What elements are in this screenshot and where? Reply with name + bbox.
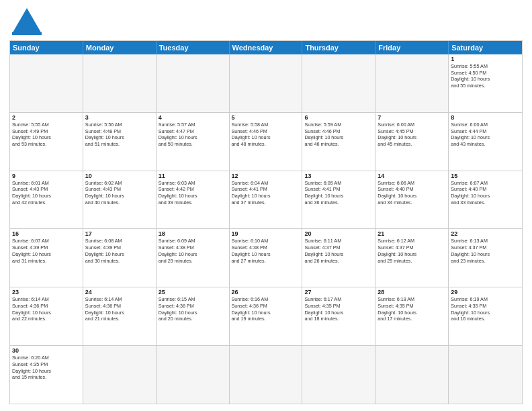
header-day-friday: Friday [375, 41, 449, 54]
sun-info: Sunrise: 6:03 AMSunset: 4:42 PMDaylight:… [159, 180, 227, 206]
sun-info: Sunrise: 6:07 AMSunset: 4:40 PMDaylight:… [451, 180, 520, 206]
day-number: 23 [12, 289, 81, 295]
calendar-cell [302, 54, 375, 112]
day-number: 22 [451, 230, 520, 237]
day-number: 13 [304, 173, 373, 179]
calendar-cell: 16Sunrise: 6:07 AMSunset: 4:39 PMDayligh… [10, 229, 83, 287]
calendar-cell: 12Sunrise: 6:04 AMSunset: 4:41 PMDayligh… [230, 171, 303, 229]
sun-info: Sunrise: 6:04 AMSunset: 4:41 PMDaylight:… [232, 180, 300, 206]
day-number: 15 [451, 173, 520, 179]
sun-info: Sunrise: 6:14 AMSunset: 4:36 PMDaylight:… [12, 296, 81, 322]
sun-info: Sunrise: 5:55 AMSunset: 4:50 PMDaylight:… [451, 63, 520, 89]
calendar-cell: 21Sunrise: 6:12 AMSunset: 4:37 PMDayligh… [375, 229, 449, 287]
day-number: 2 [12, 114, 81, 121]
header-day-tuesday: Tuesday [157, 41, 230, 54]
calendar-cell [230, 54, 303, 112]
calendar-cell [10, 54, 83, 112]
sun-info: Sunrise: 6:18 AMSunset: 4:35 PMDaylight:… [378, 296, 446, 322]
day-number: 29 [451, 289, 520, 295]
sun-info: Sunrise: 5:57 AMSunset: 4:47 PMDaylight:… [159, 122, 227, 148]
logo-icon [9, 7, 44, 36]
day-number: 21 [378, 230, 446, 237]
sun-info: Sunrise: 5:55 AMSunset: 4:49 PMDaylight:… [12, 122, 81, 148]
day-number: 25 [159, 289, 227, 295]
sun-info: Sunrise: 6:14 AMSunset: 4:36 PMDaylight:… [85, 296, 154, 322]
calendar-cell: 5Sunrise: 5:58 AMSunset: 4:46 PMDaylight… [230, 113, 303, 171]
sun-info: Sunrise: 6:00 AMSunset: 4:44 PMDaylight:… [451, 122, 520, 148]
page: SundayMondayTuesdayWednesdayThursdayFrid… [0, 0, 532, 411]
calendar-cell: 15Sunrise: 6:07 AMSunset: 4:40 PMDayligh… [449, 171, 522, 229]
sun-info: Sunrise: 6:08 AMSunset: 4:39 PMDaylight:… [85, 238, 154, 264]
sun-info: Sunrise: 6:15 AMSunset: 4:36 PMDaylight:… [159, 296, 227, 322]
sun-info: Sunrise: 6:06 AMSunset: 4:40 PMDaylight:… [378, 180, 446, 206]
calendar-cell: 11Sunrise: 6:03 AMSunset: 4:42 PMDayligh… [157, 171, 230, 229]
header-day-thursday: Thursday [302, 41, 375, 54]
calendar-body: 1Sunrise: 5:55 AMSunset: 4:50 PMDaylight… [10, 54, 522, 404]
sun-info: Sunrise: 6:02 AMSunset: 4:43 PMDaylight:… [85, 180, 154, 206]
sun-info: Sunrise: 6:07 AMSunset: 4:39 PMDaylight:… [12, 238, 81, 264]
calendar-cell: 28Sunrise: 6:18 AMSunset: 4:35 PMDayligh… [375, 287, 449, 345]
sun-info: Sunrise: 6:20 AMSunset: 4:35 PMDaylight:… [12, 355, 81, 381]
calendar-cell: 19Sunrise: 6:10 AMSunset: 4:38 PMDayligh… [230, 229, 303, 287]
day-number: 19 [232, 230, 300, 237]
calendar-cell: 23Sunrise: 6:14 AMSunset: 4:36 PMDayligh… [10, 287, 83, 345]
calendar-cell: 2Sunrise: 5:55 AMSunset: 4:49 PMDaylight… [10, 113, 83, 171]
calendar-cell: 4Sunrise: 5:57 AMSunset: 4:47 PMDaylight… [157, 113, 230, 171]
calendar-cell: 3Sunrise: 5:56 AMSunset: 4:48 PMDaylight… [83, 113, 157, 171]
calendar-cell: 29Sunrise: 6:19 AMSunset: 4:35 PMDayligh… [449, 287, 522, 345]
day-number: 27 [304, 289, 373, 295]
sun-info: Sunrise: 6:05 AMSunset: 4:41 PMDaylight:… [304, 180, 373, 206]
day-number: 1 [451, 56, 520, 62]
header-day-sunday: Sunday [10, 41, 83, 54]
sun-info: Sunrise: 6:00 AMSunset: 4:45 PMDaylight:… [378, 122, 446, 148]
calendar-cell [230, 346, 303, 404]
sun-info: Sunrise: 5:56 AMSunset: 4:48 PMDaylight:… [85, 122, 154, 148]
calendar-cell [83, 54, 157, 112]
calendar-cell: 25Sunrise: 6:15 AMSunset: 4:36 PMDayligh… [157, 287, 230, 345]
sun-info: Sunrise: 6:17 AMSunset: 4:35 PMDaylight:… [304, 296, 373, 322]
calendar-week-2: 2Sunrise: 5:55 AMSunset: 4:49 PMDaylight… [10, 112, 522, 171]
calendar: SundayMondayTuesdayWednesdayThursdayFrid… [9, 40, 523, 404]
calendar-cell: 30Sunrise: 6:20 AMSunset: 4:35 PMDayligh… [10, 346, 83, 404]
day-number: 28 [378, 289, 446, 295]
calendar-cell: 13Sunrise: 6:05 AMSunset: 4:41 PMDayligh… [302, 171, 375, 229]
day-number: 6 [304, 114, 373, 121]
day-number: 17 [85, 230, 154, 237]
calendar-cell: 18Sunrise: 6:09 AMSunset: 4:38 PMDayligh… [157, 229, 230, 287]
day-number: 10 [85, 173, 154, 179]
sun-info: Sunrise: 6:11 AMSunset: 4:37 PMDaylight:… [304, 238, 373, 264]
calendar-cell: 27Sunrise: 6:17 AMSunset: 4:35 PMDayligh… [302, 287, 375, 345]
day-number: 18 [159, 230, 227, 237]
day-number: 4 [159, 114, 227, 121]
sun-info: Sunrise: 6:19 AMSunset: 4:35 PMDaylight:… [451, 296, 520, 322]
header [9, 7, 523, 36]
day-number: 16 [12, 230, 81, 237]
calendar-cell [449, 346, 522, 404]
day-number: 3 [85, 114, 154, 121]
sun-info: Sunrise: 6:09 AMSunset: 4:38 PMDaylight:… [159, 238, 227, 264]
day-number: 30 [12, 347, 81, 354]
day-number: 24 [85, 289, 154, 295]
header-day-saturday: Saturday [449, 41, 522, 54]
calendar-cell: 22Sunrise: 6:13 AMSunset: 4:37 PMDayligh… [449, 229, 522, 287]
calendar-cell: 6Sunrise: 5:59 AMSunset: 4:46 PMDaylight… [302, 113, 375, 171]
calendar-cell [157, 54, 230, 112]
calendar-cell: 10Sunrise: 6:02 AMSunset: 4:43 PMDayligh… [83, 171, 157, 229]
day-number: 11 [159, 173, 227, 179]
day-number: 14 [378, 173, 446, 179]
svg-rect-1 [12, 32, 42, 35]
calendar-cell [375, 54, 449, 112]
calendar-cell [302, 346, 375, 404]
calendar-week-6: 30Sunrise: 6:20 AMSunset: 4:35 PMDayligh… [10, 345, 522, 404]
sun-info: Sunrise: 6:13 AMSunset: 4:37 PMDaylight:… [451, 238, 520, 264]
header-day-monday: Monday [83, 41, 157, 54]
calendar-cell [157, 346, 230, 404]
calendar-cell: 14Sunrise: 6:06 AMSunset: 4:40 PMDayligh… [375, 171, 449, 229]
day-number: 5 [232, 114, 300, 121]
day-number: 9 [12, 173, 81, 179]
sun-info: Sunrise: 6:16 AMSunset: 4:36 PMDaylight:… [232, 296, 300, 322]
calendar-cell: 1Sunrise: 5:55 AMSunset: 4:50 PMDaylight… [449, 54, 522, 112]
calendar-week-3: 9Sunrise: 6:01 AMSunset: 4:43 PMDaylight… [10, 171, 522, 229]
day-number: 8 [451, 114, 520, 121]
header-day-wednesday: Wednesday [230, 41, 303, 54]
